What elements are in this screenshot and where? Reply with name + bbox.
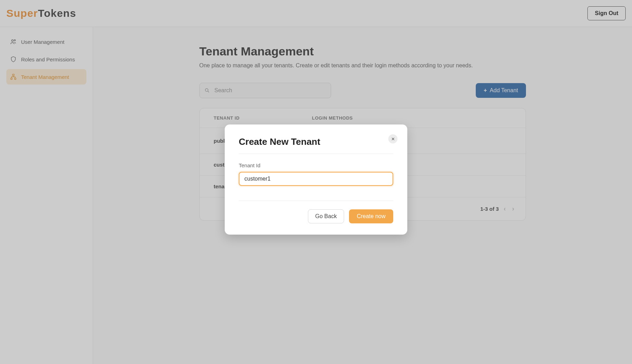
divider xyxy=(239,154,393,154)
create-tenant-modal: ✕ Create New Tenant Tenant Id Go Back Cr… xyxy=(225,124,407,235)
modal-title: Create New Tenant xyxy=(239,136,393,147)
modal-overlay[interactable]: ✕ Create New Tenant Tenant Id Go Back Cr… xyxy=(0,0,632,364)
create-now-button[interactable]: Create now xyxy=(349,209,393,223)
go-back-button[interactable]: Go Back xyxy=(308,209,344,223)
tenant-id-label: Tenant Id xyxy=(239,162,393,168)
tenant-id-input[interactable] xyxy=(239,172,393,186)
close-modal-button[interactable]: ✕ xyxy=(388,134,397,143)
close-icon: ✕ xyxy=(391,136,395,142)
